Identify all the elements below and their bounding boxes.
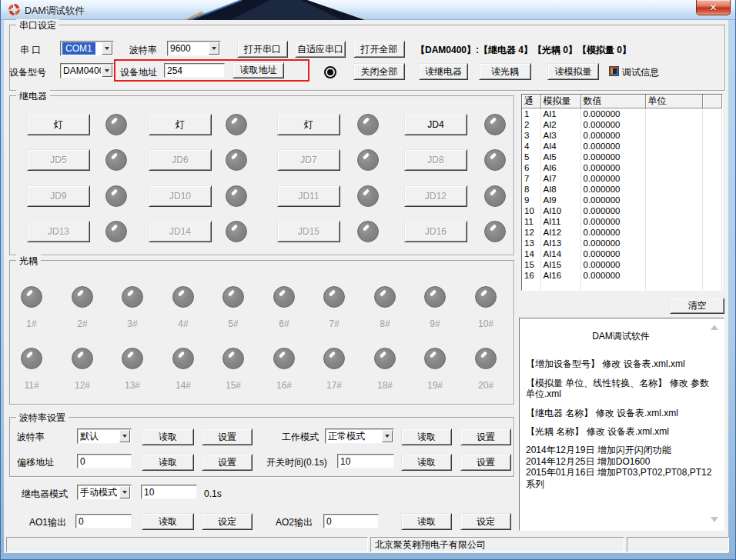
device-address-input[interactable] bbox=[164, 63, 225, 78]
table-row[interactable]: 1AI10.000000 bbox=[522, 108, 722, 119]
ao2-set-button[interactable]: 设定 bbox=[460, 513, 511, 530]
table-row[interactable]: 6AI60.000000 bbox=[522, 162, 722, 173]
relay-button-8[interactable]: JD8 bbox=[404, 149, 467, 171]
relay-group-title: 继电器 bbox=[16, 90, 50, 103]
relay-button-6[interactable]: JD6 bbox=[149, 149, 212, 171]
table-row[interactable]: 2AI20.000000 bbox=[522, 119, 722, 130]
dropdown-arrow-icon[interactable] bbox=[382, 430, 393, 442]
dropdown-arrow-icon[interactable] bbox=[209, 42, 219, 55]
dropdown-arrow-icon[interactable] bbox=[102, 42, 112, 55]
relay-button-2[interactable]: 灯 bbox=[149, 114, 212, 135]
opto-lamp-2 bbox=[72, 286, 93, 308]
info-line: 【模拟量 单位、线性转换、名称】 修改 参数单位.xml bbox=[526, 378, 716, 400]
relay-time-input[interactable] bbox=[141, 485, 197, 499]
device-model-select[interactable]: DAM0400 bbox=[60, 63, 114, 78]
switch-time-input[interactable] bbox=[337, 454, 394, 468]
col-channel[interactable]: 通 bbox=[522, 95, 540, 108]
read-analog-button[interactable]: 读模拟量 bbox=[547, 63, 599, 80]
col-value[interactable]: 数值 bbox=[580, 95, 645, 108]
opto-label-16: 16# bbox=[267, 380, 301, 391]
relay-button-15[interactable]: JD15 bbox=[277, 221, 340, 242]
table-row[interactable]: 11AI110.000000 bbox=[522, 216, 722, 227]
opto-label-13: 13# bbox=[115, 380, 149, 391]
relay-lamp-14 bbox=[226, 221, 247, 242]
relay-button-10[interactable]: JD10 bbox=[149, 185, 212, 207]
relay-button-16[interactable]: JD16 bbox=[404, 221, 467, 242]
opto-label-12: 12# bbox=[65, 380, 99, 391]
switchtime-set-button[interactable]: 设置 bbox=[460, 454, 511, 471]
ao2-output-input[interactable] bbox=[323, 514, 379, 528]
work-mode-select[interactable]: 正常模式 bbox=[325, 428, 394, 444]
relay-button-12[interactable]: JD12 bbox=[404, 185, 467, 207]
read-opto-button[interactable]: 读光耦 bbox=[479, 63, 531, 80]
table-row[interactable]: 3AI30.000000 bbox=[522, 130, 722, 141]
baud-set-button[interactable]: 设置 bbox=[202, 428, 253, 445]
read-address-button[interactable]: 读取地址 bbox=[233, 62, 284, 78]
relay-button-13[interactable]: JD13 bbox=[27, 221, 90, 242]
table-row[interactable]: 15AI150.000000 bbox=[522, 259, 722, 270]
table-row[interactable]: 13AI130.000000 bbox=[522, 238, 722, 248]
workmode-read-button[interactable]: 读取 bbox=[401, 428, 452, 445]
com-port-select[interactable]: COM1 bbox=[60, 41, 114, 56]
relay-lamp-16 bbox=[484, 221, 506, 242]
work-mode-value: 正常模式 bbox=[326, 430, 381, 443]
info-panel[interactable]: DAM调试软件 【增加设备型号】 修改 设备表.xml.xml 【模拟量 单位、… bbox=[519, 318, 724, 531]
relay-button-7[interactable]: JD7 bbox=[277, 149, 340, 171]
ao1-read-button[interactable]: 读取 bbox=[142, 513, 194, 530]
table-row[interactable]: 9AI90.000000 bbox=[522, 195, 722, 205]
info-line: 2014年12月19日 增加闪开闪闭功能 bbox=[526, 445, 716, 455]
relay-button-11[interactable]: JD11 bbox=[277, 185, 340, 207]
relay-button-4[interactable]: JD4 bbox=[404, 114, 467, 135]
baud-read-button[interactable]: 读取 bbox=[142, 428, 194, 445]
relay-button-3[interactable]: 灯 bbox=[277, 114, 340, 135]
dropdown-arrow-icon[interactable] bbox=[119, 430, 130, 442]
col-analog[interactable]: 模拟量 bbox=[540, 95, 580, 108]
switchtime-read-button[interactable]: 读取 bbox=[401, 454, 452, 471]
table-row[interactable]: 12AI120.000000 bbox=[522, 227, 722, 238]
table-row[interactable]: 10AI100.000000 bbox=[522, 205, 722, 216]
table-row[interactable]: 7AI70.000000 bbox=[522, 173, 722, 184]
baud-default-select[interactable]: 默认 bbox=[77, 428, 132, 444]
relay-button-14[interactable]: JD14 bbox=[149, 221, 212, 242]
ao2-read-button[interactable]: 读取 bbox=[401, 513, 452, 530]
workmode-set-button[interactable]: 设置 bbox=[460, 428, 511, 445]
dropdown-arrow-icon[interactable] bbox=[102, 65, 112, 77]
table-row[interactable]: 16AI160.000000 bbox=[522, 270, 722, 281]
table-row[interactable]: 8AI80.000000 bbox=[522, 184, 722, 195]
relay-lamp-5 bbox=[105, 149, 127, 171]
opto-label-8: 8# bbox=[368, 318, 402, 329]
opto-label-4: 4# bbox=[166, 318, 200, 329]
info-line: 【光耦 名称】 修改 设备表.xml.xml bbox=[526, 426, 716, 437]
offset-set-button[interactable]: 设置 bbox=[202, 454, 253, 471]
table-row[interactable]: 5AI50.000000 bbox=[522, 152, 722, 162]
read-relay-button[interactable]: 读继电器 bbox=[419, 63, 468, 80]
clear-button[interactable]: 清空 bbox=[670, 298, 724, 314]
offset-address-input[interactable] bbox=[77, 454, 132, 468]
offset-read-button[interactable]: 读取 bbox=[142, 454, 194, 471]
relay-mode-select[interactable]: 手动模式 bbox=[77, 485, 132, 500]
close-all-button[interactable]: 关闭全部 bbox=[353, 63, 405, 80]
table-row[interactable]: 4AI40.000000 bbox=[522, 141, 722, 152]
table-header-row: 通 模拟量 数值 单位 bbox=[522, 95, 722, 108]
ao1-output-input[interactable] bbox=[75, 514, 132, 528]
dropdown-arrow-icon[interactable] bbox=[119, 486, 130, 498]
title-bar[interactable]: DAM调试软件 ✕ bbox=[1, 0, 735, 20]
relay-lamp-10 bbox=[226, 185, 247, 207]
col-unit[interactable]: 单位 bbox=[645, 95, 702, 108]
close-button[interactable]: ✕ bbox=[696, 0, 731, 15]
ao1-set-button[interactable]: 设定 bbox=[202, 513, 253, 530]
scroll-up-icon[interactable] bbox=[711, 325, 718, 330]
adaptive-serial-button[interactable]: 自适应串口 bbox=[295, 41, 346, 58]
analog-table[interactable]: 通 模拟量 数值 单位 1AI10.000000 2AI20.000000 3A… bbox=[521, 94, 723, 291]
col-extra[interactable] bbox=[702, 95, 722, 108]
baud-rate-select[interactable]: 9600 bbox=[167, 41, 221, 56]
opto-lamp-4 bbox=[172, 286, 194, 308]
relay-button-5[interactable]: JD5 bbox=[27, 149, 90, 171]
relay-button-9[interactable]: JD9 bbox=[27, 185, 90, 207]
table-row[interactable]: 14AI140.000000 bbox=[522, 248, 722, 259]
relay-button-1[interactable]: 灯 bbox=[27, 114, 90, 135]
opto-lamp-12 bbox=[72, 348, 93, 369]
scroll-down-icon[interactable] bbox=[711, 517, 718, 522]
open-serial-button[interactable]: 打开串口 bbox=[237, 41, 288, 58]
open-all-button[interactable]: 打开全部 bbox=[353, 41, 405, 58]
